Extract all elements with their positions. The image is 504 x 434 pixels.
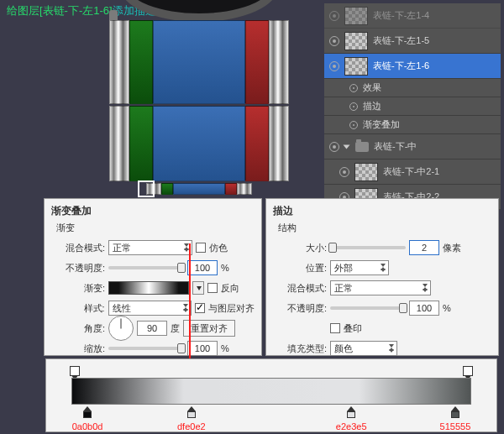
- annotation-arrow: [189, 243, 191, 369]
- position-label: 位置:: [278, 262, 327, 275]
- opacity-input[interactable]: 100: [187, 260, 218, 275]
- color-stop[interactable]: e2e3e5: [346, 406, 356, 418]
- dither-label: 仿色: [209, 242, 228, 254]
- strap-silver-left: [109, 20, 129, 104]
- section-label: 结构: [278, 222, 491, 234]
- visibility-toggle[interactable]: [349, 102, 358, 111]
- color-stop-hex: dfe0e2: [177, 421, 206, 431]
- layer-fx-stroke[interactable]: 描边: [324, 97, 501, 116]
- scale-input[interactable]: 100: [187, 341, 218, 356]
- visibility-toggle[interactable]: [339, 167, 349, 177]
- opacity-label: 不透明度:: [56, 262, 105, 275]
- gradient-bar[interactable]: [71, 378, 471, 405]
- angle-dial[interactable]: [108, 316, 134, 341]
- strap-silver-right: [269, 20, 289, 104]
- opacity-stop[interactable]: [70, 366, 80, 376]
- layer-row[interactable]: 表链-下-左1-4: [324, 3, 501, 29]
- strap-segment-row: [109, 20, 289, 104]
- color-stop-hex: 0a0b0d: [72, 421, 103, 431]
- layers-panel: 表链-下-左1-4 表链-下-左1-5 表链-下-左1-6 效果 描边 渐变叠加…: [324, 3, 501, 210]
- position-select[interactable]: 外部: [330, 260, 389, 275]
- layer-label: 表链-下-左1-6: [373, 60, 429, 72]
- reverse-checkbox[interactable]: [207, 283, 218, 293]
- layer-group-row[interactable]: 表链-下-中: [324, 134, 501, 159]
- layer-label: 表链-下-中2-1: [383, 165, 439, 178]
- strap-red: [225, 183, 237, 195]
- opacity-input[interactable]: 100: [409, 301, 439, 316]
- folder-icon: [355, 142, 369, 152]
- strap-red: [245, 106, 269, 181]
- layer-label: 表链-下-左1-4: [373, 9, 429, 22]
- dither-checkbox[interactable]: [196, 243, 206, 253]
- strap-green: [129, 106, 153, 181]
- color-stop[interactable]: dfe0e2: [186, 406, 197, 418]
- fill-type-label: 填充类型:: [278, 342, 327, 355]
- color-stop[interactable]: 0a0b0d: [82, 406, 92, 418]
- style-label: 样式:: [56, 302, 105, 315]
- pct-label: %: [443, 303, 451, 313]
- fx-stroke-label: 描边: [363, 100, 381, 112]
- align-label: 与图层对齐: [208, 302, 255, 315]
- strap-blue: [153, 106, 245, 181]
- layer-row[interactable]: 表链-下-左1-5: [324, 29, 501, 54]
- gradient-overlay-panel: 渐变叠加 渐变 混合模式: 正常 仿色 不透明度: 100 % 渐变: 反向 样…: [44, 198, 262, 356]
- opacity-label: 不透明度:: [278, 302, 327, 315]
- section-label: 渐变: [56, 222, 255, 234]
- size-input[interactable]: 2: [409, 240, 439, 255]
- blend-mode-select[interactable]: 正常: [330, 280, 431, 295]
- overprint-checkbox[interactable]: [330, 323, 340, 333]
- strap-segment-row: [109, 106, 289, 181]
- layer-thumb: [344, 7, 368, 25]
- visibility-toggle[interactable]: [329, 36, 339, 46]
- opacity-slider[interactable]: [330, 306, 406, 310]
- scale-slider[interactable]: [108, 347, 184, 350]
- layer-thumb: [354, 163, 378, 181]
- visibility-toggle[interactable]: [349, 121, 358, 129]
- gradient-label: 渐变:: [56, 282, 105, 295]
- layer-thumb: [344, 32, 368, 50]
- visibility-toggle[interactable]: [349, 84, 358, 92]
- blend-mode-label: 混合模式:: [56, 242, 105, 254]
- strap-silver-right: [269, 106, 289, 181]
- color-stop-hex: e2e3e5: [336, 421, 367, 431]
- strap-red: [245, 20, 269, 104]
- color-stop-hex: 515555: [440, 421, 471, 431]
- visibility-toggle[interactable]: [329, 142, 339, 152]
- opacity-slider[interactable]: [108, 266, 184, 269]
- angle-label: 角度:: [56, 322, 105, 335]
- color-stop[interactable]: 515555: [450, 406, 460, 418]
- strap-blue: [153, 20, 245, 104]
- reset-align-button[interactable]: 重置对齐: [183, 320, 235, 337]
- gradient-dropdown[interactable]: [192, 281, 204, 295]
- strap-green: [161, 183, 173, 195]
- pct-label: %: [221, 343, 229, 353]
- angle-input[interactable]: 90: [137, 321, 167, 336]
- strap-green: [129, 20, 153, 104]
- visibility-toggle[interactable]: [329, 11, 339, 21]
- selection-highlight: [138, 180, 155, 197]
- panel-heading: 渐变叠加: [51, 204, 255, 218]
- angle-unit: 度: [171, 322, 180, 335]
- strap-segment-row-small: [146, 183, 252, 195]
- size-label: 大小:: [278, 242, 327, 254]
- reverse-label: 反向: [221, 282, 239, 295]
- layer-row-selected[interactable]: 表链-下-左1-6: [324, 54, 501, 79]
- layer-label: 表链-下-左1-5: [373, 34, 429, 47]
- fx-grad-label: 渐变叠加: [363, 118, 400, 131]
- pct-label: %: [221, 263, 229, 273]
- layer-row[interactable]: 表链-下-中2-1: [324, 159, 501, 185]
- gradient-editor: 0a0b0d dfe0e2 e2e3e5 515555: [45, 358, 497, 432]
- layer-fx-gradient[interactable]: 渐变叠加: [324, 116, 501, 134]
- align-checkbox[interactable]: [195, 303, 205, 313]
- style-select[interactable]: 线性: [108, 301, 192, 316]
- opacity-stop[interactable]: [463, 366, 473, 376]
- blend-mode-select[interactable]: 正常: [108, 240, 192, 255]
- layer-fx-heading[interactable]: 效果: [324, 79, 501, 97]
- scale-label: 缩放:: [56, 342, 105, 355]
- disclosure-triangle-icon[interactable]: [344, 144, 350, 149]
- visibility-toggle[interactable]: [329, 61, 339, 71]
- gradient-preview[interactable]: [108, 281, 189, 295]
- fx-label: 效果: [363, 81, 381, 94]
- fill-type-select[interactable]: 颜色: [330, 341, 397, 356]
- size-slider[interactable]: [330, 246, 406, 249]
